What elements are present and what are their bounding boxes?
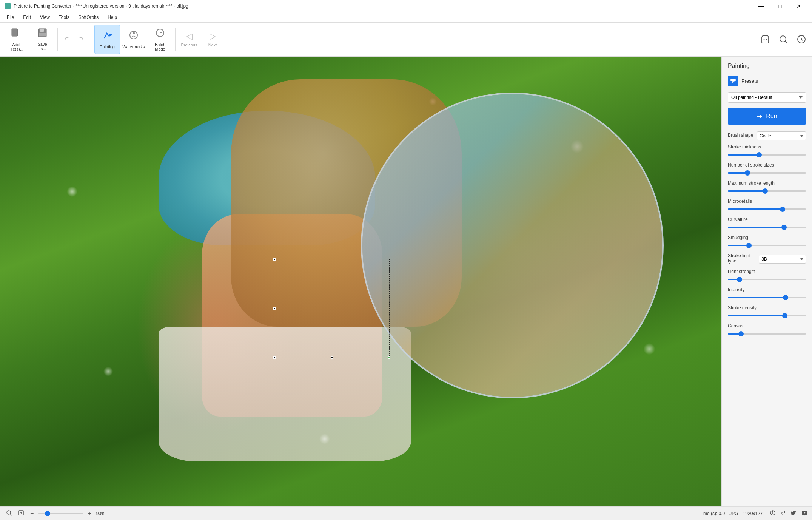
selection-box[interactable] — [274, 259, 390, 358]
status-bar: − + 90% Time (s): 0.0 JPG 1920x1271 — [0, 506, 812, 520]
canvas-area[interactable] — [0, 57, 721, 506]
next-label: Next — [208, 43, 217, 47]
intensity-track — [728, 297, 806, 298]
stroke-thickness-slider-container — [728, 151, 806, 159]
add-files-icon: + — [10, 27, 22, 41]
light-strength-thumb[interactable] — [737, 277, 742, 282]
maximize-button[interactable]: □ — [771, 0, 789, 12]
previous-button[interactable]: ◁ Previous — [178, 25, 200, 54]
microdetails-slider-container — [728, 205, 806, 213]
stroke-density-fill — [728, 315, 785, 316]
curvature-slider-container — [728, 224, 806, 231]
zoom-out-button[interactable]: − — [29, 509, 35, 518]
run-label: Run — [766, 113, 777, 120]
share-icon-button[interactable] — [780, 510, 786, 517]
microdetails-fill — [728, 208, 783, 210]
stroke-light-type-dropdown[interactable]: None 2D 3D — [759, 255, 806, 264]
svg-rect-3 — [40, 29, 44, 32]
menu-softorbits[interactable]: SoftOrbits — [75, 13, 102, 22]
smudging-slider-container — [728, 242, 806, 249]
painting-canvas[interactable] — [0, 57, 721, 506]
save-icon — [37, 28, 48, 40]
save-as-label: Save as... — [37, 42, 47, 51]
painting-label: Painting — [100, 45, 115, 49]
watermarks-label: Watermarks — [123, 45, 145, 49]
stroke-sizes-thumb[interactable] — [745, 170, 750, 176]
stroke-density-thumb[interactable] — [782, 313, 787, 318]
watermarks-button[interactable]: Watermarks — [121, 25, 146, 54]
minimize-button[interactable]: — — [752, 0, 770, 12]
stroke-density-group: Stroke density — [728, 305, 806, 319]
format-label: JPG — [729, 511, 738, 516]
next-button[interactable]: ▷ Next — [201, 25, 224, 54]
brush-shape-row: Brush shape Circle Square Custom — [728, 131, 806, 140]
close-button[interactable]: ✕ — [790, 0, 807, 12]
microdetails-track — [728, 208, 806, 210]
selection-handle-bl[interactable] — [273, 356, 276, 359]
toolbar-divider-1 — [57, 28, 58, 51]
svg-point-18 — [732, 81, 733, 83]
watermarks-icon — [128, 29, 139, 43]
zoom-actual-button[interactable] — [17, 509, 26, 518]
stroke-light-type-group: Stroke light type None 2D 3D — [728, 253, 806, 265]
canvas-thumb[interactable] — [738, 331, 744, 336]
batch-mode-icon — [154, 27, 166, 41]
undo-button[interactable] — [60, 32, 74, 46]
stroke-sizes-label: Number of stroke sizes — [728, 162, 806, 168]
presets-dropdown[interactable]: Oil painting - Default — [728, 92, 806, 103]
cart-icon-button[interactable] — [758, 32, 773, 47]
selection-handle-bm[interactable] — [331, 356, 333, 359]
selection-handle-br[interactable] — [388, 356, 390, 359]
zoom-plus-icon: + — [88, 510, 91, 517]
batch-mode-label: Batch Mode — [155, 42, 165, 51]
save-as-button[interactable]: Save as... — [29, 25, 55, 54]
zoom-slider[interactable] — [38, 513, 83, 514]
painting-button[interactable]: Painting — [94, 25, 120, 54]
zoom-fit-button[interactable] — [5, 509, 14, 518]
info-icon-button[interactable] — [770, 510, 776, 517]
svg-point-19 — [7, 511, 11, 514]
svg-rect-4 — [39, 33, 46, 36]
next-icon: ▷ — [210, 31, 216, 41]
smudging-label: Smudging — [728, 235, 806, 240]
status-right: Time (s): 0.0 JPG 1920x1271 — [700, 510, 807, 517]
max-stroke-length-fill — [728, 190, 765, 192]
menu-help[interactable]: Help — [104, 13, 121, 22]
curvature-fill — [728, 227, 784, 228]
search-icon-button[interactable] — [776, 32, 791, 47]
menu-file[interactable]: File — [3, 13, 18, 22]
batch-mode-button[interactable]: Batch Mode — [147, 25, 173, 54]
zoom-in-button[interactable]: + — [86, 509, 93, 518]
microdetails-thumb[interactable] — [780, 207, 785, 212]
selection-handle-tl[interactable] — [273, 258, 276, 261]
settings-icon-button[interactable] — [794, 32, 809, 47]
previous-icon: ◁ — [186, 31, 193, 41]
youtube-icon-button[interactable] — [801, 510, 807, 517]
menu-view[interactable]: View — [36, 13, 54, 22]
svg-point-26 — [772, 511, 773, 512]
redo-button[interactable] — [74, 32, 88, 46]
add-files-button[interactable]: + Add File(s)... — [3, 25, 29, 54]
curvature-thumb[interactable] — [781, 225, 787, 230]
smudging-thumb[interactable] — [746, 243, 752, 248]
intensity-slider-container — [728, 294, 806, 301]
painting-icon — [102, 29, 113, 43]
selection-handle-ml[interactable] — [273, 307, 276, 310]
menu-tools[interactable]: Tools — [55, 13, 73, 22]
twitter-icon-button[interactable] — [791, 510, 797, 517]
max-stroke-length-label: Maximum stroke length — [728, 181, 806, 186]
run-button[interactable]: ➡ Run — [728, 108, 806, 125]
stroke-density-slider-container — [728, 312, 806, 319]
intensity-thumb[interactable] — [783, 295, 788, 300]
menu-edit[interactable]: Edit — [19, 13, 35, 22]
resolution-label: 1920x1271 — [743, 511, 765, 516]
presets-icon — [728, 76, 738, 86]
intensity-fill — [728, 297, 786, 298]
brush-shape-dropdown[interactable]: Circle Square Custom — [757, 131, 806, 140]
max-stroke-length-thumb[interactable] — [763, 188, 768, 194]
stroke-thickness-thumb[interactable] — [757, 152, 762, 157]
curvature-label: Curvature — [728, 217, 806, 222]
brush-shape-group: Brush shape Circle Square Custom — [728, 131, 806, 140]
status-left: − + 90% — [5, 509, 110, 518]
window-title: Picture to Painting Converter - ****Unre… — [14, 3, 188, 9]
